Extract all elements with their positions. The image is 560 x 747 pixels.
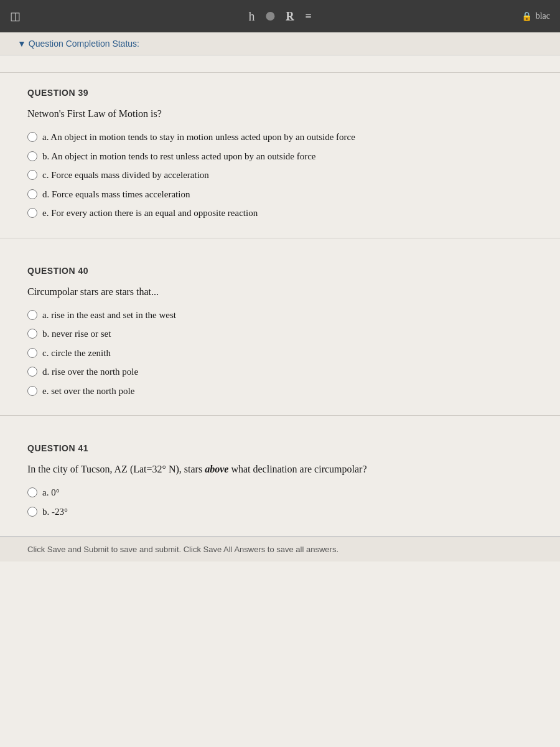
top-bar-center: h R ≡	[248, 9, 311, 24]
menu-icon[interactable]: ≡	[305, 10, 311, 23]
q39-radio-b[interactable]	[27, 151, 37, 161]
h-icon[interactable]: h	[248, 9, 254, 24]
bottom-bar: Click Save and Submit to save and submit…	[0, 537, 560, 561]
top-bar-right: 🔒 blac	[521, 11, 550, 22]
q41-text-bold: above	[205, 464, 228, 474]
completion-label: ▼ Question Completion Status:	[17, 39, 139, 49]
q40-radio-d[interactable]	[27, 367, 37, 377]
q41-label-a[interactable]: a. 0°	[42, 486, 60, 500]
question-39-label: QUESTION 39	[27, 88, 533, 98]
q40-option-d[interactable]: d. rise over the north pole	[27, 365, 533, 379]
question-40-section: QUESTION 40 Circumpolar stars are stars …	[0, 251, 560, 416]
r-icon[interactable]: R	[286, 10, 294, 23]
q40-option-b[interactable]: b. never rise or set	[27, 327, 533, 341]
q39-option-e[interactable]: e. For every action there is an equal an…	[27, 206, 533, 220]
question-39-section: QUESTION 39 Netwon's First Law of Motion…	[0, 73, 560, 238]
question-41-text: In the city of Tucson, AZ (Lat=32° N), s…	[27, 462, 533, 477]
q39-radio-c[interactable]	[27, 170, 37, 180]
question-41-section: QUESTION 41 In the city of Tucson, AZ (L…	[0, 428, 560, 537]
q39-radio-e[interactable]	[27, 208, 37, 218]
circle-icon[interactable]	[266, 12, 274, 21]
q39-option-a[interactable]: a. An object in motion tends to stay in …	[27, 130, 533, 144]
q40-label-c[interactable]: c. circle the zenith	[42, 346, 111, 360]
q40-label-e[interactable]: e. set over the north pole	[42, 384, 134, 398]
q39-label-a[interactable]: a. An object in motion tends to stay in …	[42, 130, 355, 144]
q40-label-a[interactable]: a. rise in the east and set in the west	[42, 308, 176, 322]
q39-option-b[interactable]: b. An object in motion tends to rest unl…	[27, 149, 533, 164]
q40-radio-c[interactable]	[27, 348, 37, 358]
q39-option-c[interactable]: c. Force equals mass divided by accelera…	[27, 168, 533, 182]
q40-label-b[interactable]: b. never rise or set	[42, 327, 111, 341]
question-39-text: Netwon's First Law of Motion is?	[27, 106, 533, 121]
bottom-bar-text: Click Save and Submit to save and submit…	[27, 545, 338, 554]
question-40-label: QUESTION 40	[27, 266, 533, 276]
q40-radio-b[interactable]	[27, 329, 37, 339]
q41-radio-b[interactable]	[27, 507, 37, 517]
question-41-label: QUESTION 41	[27, 443, 533, 453]
q41-option-b[interactable]: b. -23°	[27, 505, 533, 519]
q40-radio-a[interactable]	[27, 310, 37, 320]
q39-label-d[interactable]: d. Force equals mass times acceleration	[42, 187, 190, 202]
lock-icon: 🔒	[521, 11, 532, 22]
q40-option-a[interactable]: a. rise in the east and set in the west	[27, 308, 533, 322]
q41-option-a[interactable]: a. 0°	[27, 486, 533, 500]
q40-option-e[interactable]: e. set over the north pole	[27, 384, 533, 398]
q39-radio-d[interactable]	[27, 189, 37, 199]
top-bar: ◫ h R ≡ 🔒 blac	[0, 0, 560, 32]
q41-text-before: In the city of Tucson, AZ (Lat=32° N), s…	[27, 464, 205, 474]
site-label: blac	[536, 11, 550, 21]
q41-radio-a[interactable]	[27, 487, 37, 497]
q39-option-d[interactable]: d. Force equals mass times acceleration	[27, 187, 533, 202]
q39-label-c[interactable]: c. Force equals mass divided by accelera…	[42, 168, 209, 182]
sidebar-toggle-icon[interactable]: ◫	[10, 9, 21, 23]
completion-bar: ▼ Question Completion Status:	[0, 32, 560, 55]
q39-label-b[interactable]: b. An object in motion tends to rest unl…	[42, 149, 316, 164]
q40-radio-e[interactable]	[27, 386, 37, 396]
question-40-text: Circumpolar stars are stars that...	[27, 284, 533, 299]
q41-text-after: what declination are circumpolar?	[228, 464, 366, 474]
q41-label-b[interactable]: b. -23°	[42, 505, 68, 519]
q39-label-e[interactable]: e. For every action there is an equal an…	[42, 206, 258, 220]
q40-option-c[interactable]: c. circle the zenith	[27, 346, 533, 360]
q40-label-d[interactable]: d. rise over the north pole	[42, 365, 138, 379]
main-content: ▼ Question Completion Status: QUESTION 3…	[0, 32, 560, 747]
q39-radio-a[interactable]	[27, 132, 37, 142]
